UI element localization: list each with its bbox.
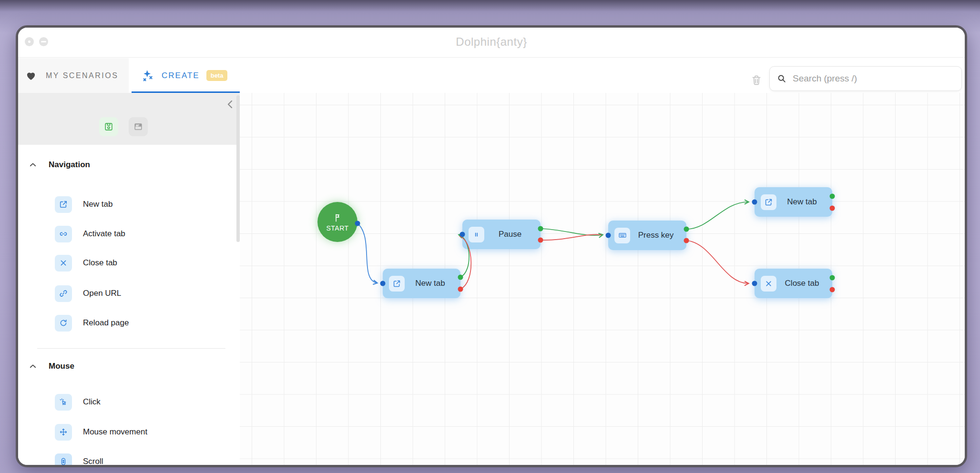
node-label: Pause [484, 230, 541, 239]
sidebar-item-label: Activate tab [83, 229, 125, 239]
flag-icon [332, 212, 343, 223]
sidebar-item-click[interactable]: Click [18, 392, 240, 412]
tab-create[interactable]: CREATE beta [129, 58, 240, 93]
new-tab-icon [389, 276, 405, 292]
new-tab-icon [761, 194, 776, 210]
edge-pause-error-to-presskey[interactable] [541, 234, 602, 240]
node-new-tab-2[interactable]: New tab [755, 187, 832, 217]
chevron-up-icon [29, 362, 37, 371]
beta-badge: beta [206, 70, 228, 81]
sidebar-item-activate-tab[interactable]: Activate tab [18, 224, 240, 243]
tab-my-scenarios[interactable]: MY SCENARIOS [18, 58, 129, 93]
app-window: Dolphin{anty} MY SCENARIOS CREATE beta [16, 25, 967, 467]
sidebar-item-reload-page[interactable]: Reload page [18, 313, 240, 332]
search-input[interactable] [793, 73, 955, 84]
section-navigation[interactable]: Navigation [18, 159, 240, 171]
sidebar-item-scroll[interactable]: Scroll [18, 452, 240, 467]
window-title: Dolphin{anty} [18, 35, 965, 49]
node-close-tab[interactable]: Close tab [755, 269, 832, 298]
section-mouse[interactable]: Mouse [18, 360, 240, 372]
tab-create-label: CREATE [162, 71, 200, 81]
close-tab-icon [55, 255, 72, 272]
actions-sidebar: Navigation New tab Activate tab [18, 93, 240, 466]
node-label: Press key [630, 231, 686, 240]
scenario-canvas[interactable]: START New tab Pause [240, 93, 965, 466]
sidebar-item-label: Open URL [83, 289, 121, 298]
sidebar-item-close-tab[interactable]: Close tab [18, 253, 240, 272]
sidebar-item-label: Close tab [83, 258, 117, 268]
search-box [769, 66, 962, 91]
scroll-icon [55, 453, 72, 468]
sparkles-icon [141, 69, 155, 83]
tab-my-scenarios-label: MY SCENARIOS [46, 71, 118, 80]
mouse-movement-icon [55, 424, 72, 441]
sidebar-item-label: New tab [83, 200, 112, 209]
collapse-sidebar-button[interactable] [225, 98, 236, 111]
sidebar-item-mouse-movement[interactable]: Mouse movement [18, 423, 240, 442]
save-scenario-button[interactable] [99, 117, 118, 136]
edge-pause-success-to-presskey[interactable] [541, 229, 602, 235]
panel-view-button[interactable] [129, 117, 148, 136]
sidebar-item-open-url[interactable]: Open URL [18, 284, 240, 303]
save-icon [103, 121, 114, 132]
node-new-tab-1[interactable]: New tab [383, 269, 460, 298]
start-node-label: START [326, 224, 348, 232]
edge-presskey-success-to-newtab2[interactable] [686, 202, 748, 229]
sidebar-item-label: Click [83, 397, 101, 407]
section-label: Mouse [49, 362, 74, 371]
title-bar: Dolphin{anty} [18, 28, 965, 58]
section-label: Navigation [49, 160, 90, 170]
edge-presskey-error-to-closetab[interactable] [686, 241, 748, 283]
node-label: New tab [405, 279, 460, 288]
edge-start-to-newtab1[interactable] [357, 223, 377, 283]
section-divider [37, 348, 225, 349]
sidebar-header [18, 93, 240, 145]
content-area: Navigation New tab Activate tab [18, 93, 965, 466]
click-icon [55, 394, 72, 411]
search-icon [776, 73, 787, 84]
sidebar-item-new-tab[interactable]: New tab [18, 195, 240, 214]
open-url-icon [55, 285, 72, 302]
pause-icon [469, 227, 484, 242]
panel-icon [133, 121, 143, 132]
activate-tab-icon [55, 226, 72, 242]
start-node[interactable]: START [317, 202, 357, 242]
sidebar-item-label: Scroll [83, 457, 103, 466]
node-label: Close tab [776, 279, 832, 288]
reload-page-icon [55, 315, 72, 332]
tab-bar: MY SCENARIOS CREATE beta [18, 58, 965, 93]
node-press-key[interactable]: Press key [608, 221, 686, 250]
new-tab-icon [55, 196, 72, 213]
chevron-left-icon [225, 98, 236, 111]
chevron-up-icon [29, 161, 37, 169]
heart-icon [24, 70, 38, 82]
keyboard-icon [614, 228, 630, 243]
sidebar-item-label: Mouse movement [83, 427, 147, 437]
node-pause[interactable]: Pause [462, 220, 541, 249]
trash-icon[interactable] [750, 73, 763, 87]
node-label: New tab [776, 197, 832, 207]
flow-edges-layer [240, 93, 965, 466]
sidebar-item-label: Reload page [83, 318, 129, 328]
close-tab-icon [761, 276, 776, 292]
